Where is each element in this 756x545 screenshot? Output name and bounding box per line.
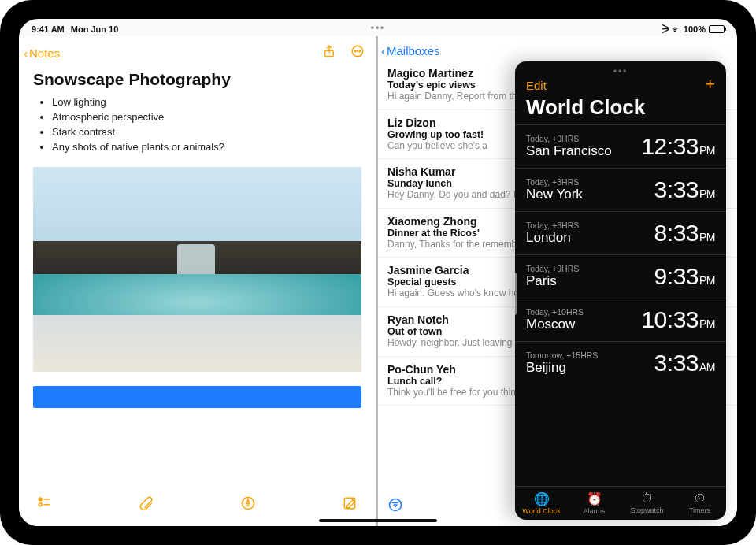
mail-filter-icon[interactable] [387,497,403,517]
mail-app: ‹ Mailboxes Magico Martinez Today's epic… [378,36,737,526]
note-bullet: Low lighting [52,95,376,110]
tab-world-clock[interactable]: 🌐World Clock [515,491,568,515]
city-time: 8:33 [654,220,699,247]
city-ampm: AM [699,361,715,373]
markup-icon[interactable] [239,495,257,515]
city-time: 10:33 [641,306,699,333]
status-time: 9:41 AM [32,24,65,34]
city-meta: Today, +9HRS [526,264,579,273]
city-row[interactable]: Today, +8HRSLondon 8:33PM [515,211,726,254]
tab-stopwatch[interactable]: ⏱Stopwatch [621,491,673,515]
city-row[interactable]: Today, +10HRSMoscow 10:33PM [515,298,726,341]
slideover-grip-icon[interactable]: ••• [613,66,628,77]
city-ampm: PM [699,187,715,200]
note-bullet: Stark contrast [52,125,376,140]
stopwatch-icon: ⏱ [621,491,673,506]
note-image[interactable] [33,167,361,372]
clock-add-button[interactable]: + [705,79,715,92]
status-date: Mon Jun 10 [71,24,119,34]
alarm-icon: ⏰ [568,491,621,506]
multitask-dots-icon[interactable]: ••• [371,22,386,33]
more-icon[interactable] [350,44,365,62]
wifi-icon: ⚞ ᯤ [661,24,680,34]
notes-app: ‹ Notes Snowscape Photography Low lig [19,36,378,526]
city-name: San Francisco [526,143,612,159]
share-icon[interactable] [322,44,336,62]
svg-point-7 [39,503,42,506]
city-row[interactable]: Today, +9HRSParis 9:33PM [515,254,726,298]
notes-back-button[interactable]: ‹ Notes [24,46,60,60]
city-row[interactable]: Today, +0HRSSan Francisco 12:33PM [515,124,726,168]
city-meta: Today, +10HRS [526,307,584,317]
city-time: 3:33 [654,350,699,376]
city-ampm: PM [699,144,715,157]
city-ampm: PM [699,317,715,330]
clock-slideover[interactable]: ••• Edit + World Clock Today, +0HRSSan F… [515,61,726,520]
city-name: London [526,230,579,246]
ipad-frame: 9:41 AM Mon Jun 10 ••• ⚞ ᯤ 100% ‹ Notes [0,0,756,545]
note-bullet: Atmospheric perspective [52,110,376,125]
clock-edit-button[interactable]: Edit [526,79,547,92]
slideover-handle[interactable] [515,272,517,315]
mail-back-button[interactable]: ‹ Mailboxes [381,44,440,57]
city-time: 12:33 [641,133,699,160]
city-name: Paris [526,273,579,289]
city-meta: Today, +3HRS [526,177,583,187]
screen: 9:41 AM Mon Jun 10 ••• ⚞ ᯤ 100% ‹ Notes [19,19,737,526]
city-name: Moscow [526,317,584,332]
timer-icon: ⏲ [673,491,726,506]
svg-point-4 [359,50,361,52]
tab-timers[interactable]: ⏲Timers [673,491,726,515]
attachment-icon[interactable] [138,495,155,515]
svg-point-3 [357,50,358,52]
status-bar: 9:41 AM Mon Jun 10 ••• ⚞ ᯤ 100% [19,19,737,36]
note-attachment-bar[interactable] [33,386,361,408]
home-indicator[interactable] [319,519,437,522]
chevron-left-icon: ‹ [24,46,28,60]
note-body-list[interactable]: Low lighting Atmospheric perspective Sta… [19,95,376,154]
note-title[interactable]: Snowscape Photography [19,67,376,95]
mail-back-label: Mailboxes [387,44,440,57]
battery-icon [709,25,724,33]
city-meta: Today, +8HRS [526,221,579,230]
world-clock-list[interactable]: Today, +0HRSSan Francisco 12:33PM Today,… [515,124,726,486]
note-bullet: Any shots of native plants or animals? [52,140,376,155]
battery-percent: 100% [684,24,706,34]
city-row[interactable]: Tomorrow, +15HRSBeijing 3:33AM [515,341,726,384]
city-time: 3:33 [654,176,699,203]
compose-icon[interactable] [341,495,358,515]
city-time: 9:33 [654,263,699,290]
checklist-icon[interactable] [36,495,54,515]
city-ampm: PM [699,231,715,243]
chevron-left-icon: ‹ [381,44,385,57]
globe-icon: 🌐 [515,491,568,506]
notes-back-label: Notes [29,46,60,60]
city-name: New York [526,187,583,202]
clock-tab-bar: 🌐World Clock ⏰Alarms ⏱Stopwatch ⏲Timers [515,486,726,520]
city-meta: Tomorrow, +15HRS [526,350,598,360]
city-meta: Today, +0HRS [526,134,612,143]
svg-point-2 [354,50,356,52]
clock-title: World Clock [515,92,726,124]
tab-alarms[interactable]: ⏰Alarms [568,491,621,515]
city-ampm: PM [699,274,715,287]
city-row[interactable]: Today, +3HRSNew York 3:33PM [515,168,726,211]
city-name: Beijing [526,360,598,376]
